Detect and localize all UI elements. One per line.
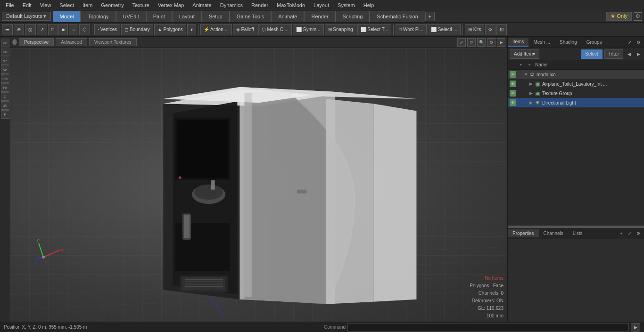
layout-tab-paint[interactable]: Paint — [146, 11, 172, 22]
layout-tab-animate[interactable]: Animate — [271, 11, 304, 22]
tool-falloff[interactable]: ◈ Falloff — [233, 24, 257, 35]
sidebar-btn-uv[interactable]: UV — [1, 101, 9, 110]
tool-vertices[interactable]: · Vertices — [94, 24, 120, 35]
tool-ring[interactable]: ◎ — [25, 24, 36, 35]
tool-hex[interactable]: ⬡ — [79, 24, 90, 35]
eye-icon-root[interactable]: 👁 — [510, 71, 516, 78]
menu-texture[interactable]: Texture — [129, 1, 153, 9]
menu-item[interactable]: Item — [79, 1, 96, 9]
eye-icon-light[interactable]: 👁 — [510, 99, 516, 106]
eye-icon-texture[interactable]: 👁 — [510, 90, 516, 97]
sidebar-btn-polys[interactable]: Po — [1, 83, 9, 92]
layout-tab-render[interactable]: Render — [304, 11, 335, 22]
viewport-reset-icon[interactable]: ↺ — [467, 38, 476, 47]
viewport-tab-textures[interactable]: Viewport Textures — [89, 38, 137, 46]
tool-circle[interactable]: ○ — [69, 24, 78, 35]
filter-button[interactable]: Filter — [604, 49, 623, 59]
menu-geometry[interactable]: Geometry — [97, 1, 127, 9]
viewport-maximize-icon[interactable]: ⤢ — [457, 38, 466, 47]
sidebar-btn-f[interactable]: F — [1, 110, 9, 119]
menu-system[interactable]: System — [334, 1, 359, 9]
tool-mesh[interactable]: ⬡ Mesh C ... — [258, 24, 292, 35]
command-run-icon[interactable]: ▶ — [631, 323, 640, 332]
layout-tab-setup[interactable]: Setup — [202, 11, 230, 22]
tool-polygons[interactable]: ▲ Polygons — [154, 24, 186, 35]
layout-add-tab[interactable]: + — [425, 12, 435, 21]
menu-vertex-map[interactable]: Vertex Map — [154, 1, 188, 9]
command-input[interactable] — [347, 323, 629, 332]
items-expand-icon[interactable]: ▶ — [635, 50, 642, 58]
menu-help[interactable]: Help — [360, 1, 378, 9]
menu-dynamics[interactable]: Dynamics — [216, 1, 247, 9]
layout-tab-model[interactable]: Model — [53, 11, 81, 22]
layout-tab-topology[interactable]: Topology — [81, 11, 116, 22]
tool-more[interactable]: ▾ — [187, 24, 196, 35]
layout-dropdown[interactable]: Default Layouts ▾ — [2, 12, 51, 21]
items-list[interactable]: 👁 ▼ 🗂 modo.lxo 👁 ▶ ▣ Airplane_Toilet_Lav… — [508, 70, 644, 226]
tree-item-root[interactable]: 👁 ▼ 🗂 modo.lxo — [508, 70, 644, 79]
layout-tab-schematic[interactable]: Schematic Fusion — [370, 11, 425, 22]
panel-tab-groups[interactable]: Groups — [582, 38, 607, 46]
viewport-3d[interactable]: X Y Z No Items Polygons : Face Channels:… — [10, 48, 507, 322]
sidebar-btn-de[interactable]: De — [1, 39, 9, 47]
menu-maxtomodo[interactable]: MaxToModo — [273, 1, 309, 9]
menu-view[interactable]: View — [36, 1, 55, 9]
prop-tab-lists[interactable]: Lists — [568, 229, 587, 237]
sidebar-btn-verts[interactable]: Ve — [1, 65, 9, 74]
tool-symmetry[interactable]: ⬜ Symm... — [293, 24, 323, 35]
menu-edit[interactable]: Edit — [19, 1, 35, 9]
panel-tab-shading[interactable]: Shading — [555, 38, 582, 46]
sidebar-btn-mesh[interactable]: Me — [1, 57, 9, 65]
eye-icon-airplane[interactable]: 👁 — [510, 81, 516, 87]
menu-layout[interactable]: Layout — [310, 1, 333, 9]
menu-select[interactable]: Select — [56, 1, 78, 9]
tool-kits[interactable]: ⊞ Kits — [465, 24, 484, 35]
layout-tab-gametools[interactable]: Game Tools — [230, 11, 272, 22]
prop-tab-properties[interactable]: Properties — [508, 229, 539, 237]
menu-file[interactable]: File — [2, 1, 18, 9]
sidebar-btn-dup[interactable]: Du — [1, 48, 9, 56]
select-button[interactable]: Select — [581, 49, 603, 59]
prop-add-icon[interactable]: + — [618, 230, 625, 237]
tree-item-light[interactable]: 👁 ▶ ☀ Directional Light — [508, 98, 644, 107]
viewport-settings-icon[interactable]: ⚙ — [487, 38, 495, 47]
menu-animate[interactable]: Animate — [189, 1, 215, 9]
tool-select-mode[interactable]: ☰ — [2, 24, 13, 35]
viewport-search-icon[interactable]: 🔍 — [477, 38, 486, 47]
viewport-expand-icon[interactable]: ▶ — [497, 38, 505, 47]
sidebar-btn-edges[interactable]: Em — [1, 74, 9, 83]
tool-select-type[interactable]: ⬜ Select T... — [357, 24, 392, 35]
layout-tab-layout[interactable]: Layout — [172, 11, 202, 22]
tool-view-icon2[interactable]: ⊡ — [496, 24, 507, 35]
tool-boundary[interactable]: ◻ Boundary — [121, 24, 153, 35]
viewport-dot[interactable]: · — [12, 39, 17, 45]
sidebar-btn-c[interactable]: C — [1, 92, 9, 101]
panel-expand-icon[interactable]: ⤢ — [626, 39, 634, 46]
tool-selection[interactable]: ⬜ Selecti ... — [428, 24, 461, 35]
tool-workplane[interactable]: □ Work Pl... — [396, 24, 427, 35]
prop-tab-channels[interactable]: Channels — [539, 229, 568, 237]
tree-item-airplane[interactable]: 👁 ▶ ▣ Airplane_Toilet_Lavatory_Int ... — [508, 79, 644, 89]
add-item-button[interactable]: Add Item ▾ — [510, 49, 539, 59]
viewport-tab-perspective[interactable]: Perspective — [19, 38, 54, 46]
tool-globe[interactable]: ⊕ — [14, 24, 24, 35]
panel-tab-items[interactable]: Items — [508, 38, 528, 47]
menu-render[interactable]: Render — [248, 1, 272, 9]
viewport-tab-advanced[interactable]: Advanced — [56, 38, 87, 46]
tool-action[interactable]: ⚡ Action ... — [200, 24, 232, 35]
prop-settings-icon[interactable]: ⚙ — [635, 230, 642, 237]
prop-expand-icon[interactable]: ⤢ — [626, 230, 634, 237]
star-only-button[interactable]: ★ Only — [606, 12, 632, 21]
layout-tab-uvedit[interactable]: UVEdit — [116, 11, 146, 22]
tree-item-texture[interactable]: 👁 ▶ ▣ Texture Group — [508, 89, 644, 98]
tool-snapping[interactable]: ⊞ Snapping — [325, 24, 356, 35]
tool-box[interactable]: □ — [48, 24, 58, 35]
panel-settings-icon[interactable]: ⚙ — [635, 39, 642, 46]
tool-view-icon1[interactable]: ⟳ — [485, 24, 495, 35]
items-collapse-icon[interactable]: ◀ — [625, 50, 633, 58]
layout-settings-icon[interactable]: ⚙ — [634, 12, 642, 21]
panel-tab-mesh[interactable]: Mesh ... — [528, 38, 555, 46]
layout-tab-scripting[interactable]: Scripting — [336, 11, 370, 22]
tool-transform[interactable]: ↗ — [37, 24, 47, 35]
tool-solid[interactable]: ■ — [58, 24, 68, 35]
